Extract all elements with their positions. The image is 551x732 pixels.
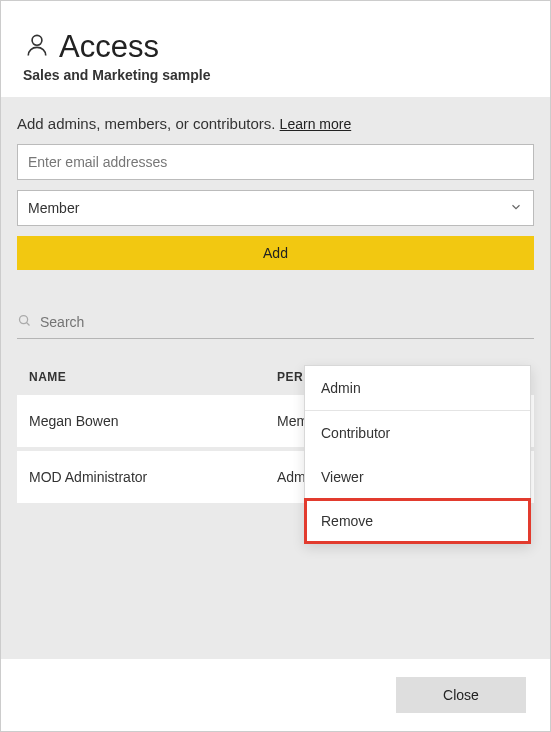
panel-header: Access Sales and Marketing sample — [1, 1, 550, 97]
svg-point-0 — [32, 35, 42, 45]
col-header-name: NAME — [29, 370, 277, 384]
dropdown-item-remove[interactable]: Remove — [305, 499, 530, 543]
search-row — [17, 310, 534, 339]
title-row: Access — [23, 29, 528, 65]
chevron-down-icon — [509, 200, 523, 217]
dropdown-item-contributor[interactable]: Contributor — [305, 411, 530, 455]
dropdown-item-viewer[interactable]: Viewer — [305, 455, 530, 499]
add-button[interactable]: Add — [17, 236, 534, 270]
search-icon — [17, 313, 32, 332]
search-input[interactable] — [40, 310, 534, 334]
dropdown-item-admin[interactable]: Admin — [305, 366, 530, 411]
intro-text: Add admins, members, or contributors. — [17, 115, 280, 132]
panel-body: Add admins, members, or contributors. Le… — [1, 97, 550, 659]
email-input[interactable] — [17, 144, 534, 180]
panel-subtitle: Sales and Marketing sample — [23, 67, 528, 83]
svg-line-2 — [27, 322, 30, 325]
panel-footer: Close — [1, 659, 550, 731]
role-select-value: Member — [28, 200, 79, 216]
access-panel: Access Sales and Marketing sample Add ad… — [0, 0, 551, 732]
svg-point-1 — [20, 315, 28, 323]
intro-text-row: Add admins, members, or contributors. Le… — [17, 115, 534, 132]
close-button[interactable]: Close — [396, 677, 526, 713]
permission-dropdown: Admin Contributor Viewer Remove — [304, 365, 531, 544]
panel-title: Access — [59, 29, 159, 65]
user-name: MOD Administrator — [29, 469, 277, 485]
person-icon — [23, 31, 51, 63]
role-select[interactable]: Member — [17, 190, 534, 226]
learn-more-link[interactable]: Learn more — [280, 116, 352, 132]
user-name: Megan Bowen — [29, 413, 277, 429]
